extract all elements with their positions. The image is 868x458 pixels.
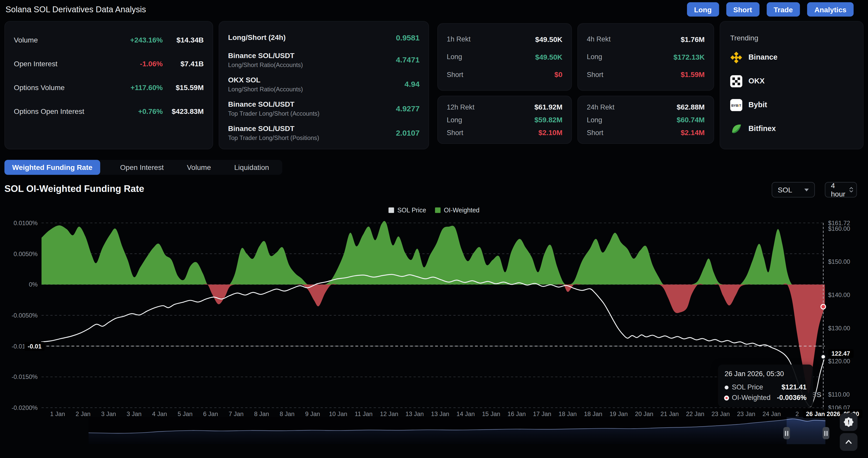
x-axis-label: 8 Jan [249,411,274,417]
x-axis-label: 20 Jan [631,411,657,417]
y-axis-right-label: $110.00 [828,391,865,398]
tooltip-series-label: OI-Weighted [732,394,770,401]
x-axis-label: 22 Jan [682,411,708,417]
y-axis-left-label: -0.0150% [3,373,38,380]
last-price-axis-tag: 122.47 [828,349,854,358]
x-axis-label: 18 Jan [581,411,606,417]
derivatives-dashboard: Solana SOL Derivatives Data Analysis Lon… [0,0,868,458]
x-axis-label: 10 Jan [326,411,351,417]
y-axis-right-label: $130.00 [828,325,865,332]
x-axis-label: 17 Jan [529,411,555,417]
y-axis-left-label: 0% [3,281,38,288]
navigator-right-handle[interactable] [823,427,829,439]
x-axis-label: 2 Jan [70,411,96,417]
x-axis-label: 24 Jan [759,411,784,417]
x-axis-label: 13 Jan [402,411,427,417]
y-axis-right-label: $150.00 [828,258,865,265]
x-axis-label: 8 Jan [275,411,300,417]
x-axis-label: 3 Jan [96,411,121,417]
tooltip-series-value: $121.41 [781,383,807,391]
x-axis-label: 1 Jan [45,411,70,417]
y-axis-left-label: -0.0050% [3,312,38,319]
y-axis-right-label: $140.00 [828,292,865,298]
x-axis-label: 13 Jan [427,411,453,417]
svg-text:!: ! [847,419,849,426]
x-axis-label: 4 Jan [147,411,172,417]
y-axis-left-label: 0.0050% [3,251,38,257]
x-axis-label: 7 Jan [223,411,249,417]
y-axis-left-label: 0.0100% [3,220,38,226]
seal-exclamation-icon: ! [843,417,854,428]
y-axis-right-label: $160.00 [828,225,865,232]
x-axis-label: 5 Jan [172,411,198,417]
x-axis-label: 23 Jan [708,411,733,417]
tooltip-series-dot [724,396,728,400]
scroll-top-button[interactable] [840,433,858,451]
tooltip-series-label: SOL Price [732,383,763,391]
y-axis-left-label: -0.0200% [3,404,38,411]
x-axis-label: 11 Jan [351,411,376,417]
x-axis-label: 23 Jan [733,411,759,417]
x-axis-label: 14 Jan [453,411,478,417]
tooltip-row: SOL Price$121.41 [724,383,807,391]
x-axis-label: 6 Jan [198,411,223,417]
x-axis-label: 3 Jan [121,411,147,417]
tooltip-series-value: -0.0036% [777,394,807,401]
threshold-axis-tag: -0.01 [24,341,45,351]
chart-tooltip: 26 Jan 2026, 05:30 SOL Price$121.41OI-We… [718,365,813,407]
x-axis-label: 15 Jan [478,411,504,417]
x-axis-label: 19 Jan [606,411,631,417]
alert-badge-button[interactable]: ! [840,413,858,431]
x-axis-label: 12 Jan [376,411,402,417]
tooltip-timestamp: 26 Jan 2026, 05:30 [724,370,807,378]
x-axis-label: 9 Jan [300,411,325,417]
x-axis-label: 18 Jan [555,411,580,417]
y-axis-right-label: $120.00 [828,358,865,365]
chevron-up-icon [844,437,854,447]
x-axis-label: 21 Jan [657,411,682,417]
x-axis-label: 16 Jan [504,411,529,417]
tooltip-series-dot [724,385,728,389]
tooltip-row: OI-Weighted-0.0036% [724,394,807,401]
navigator-left-handle[interactable] [783,427,790,439]
